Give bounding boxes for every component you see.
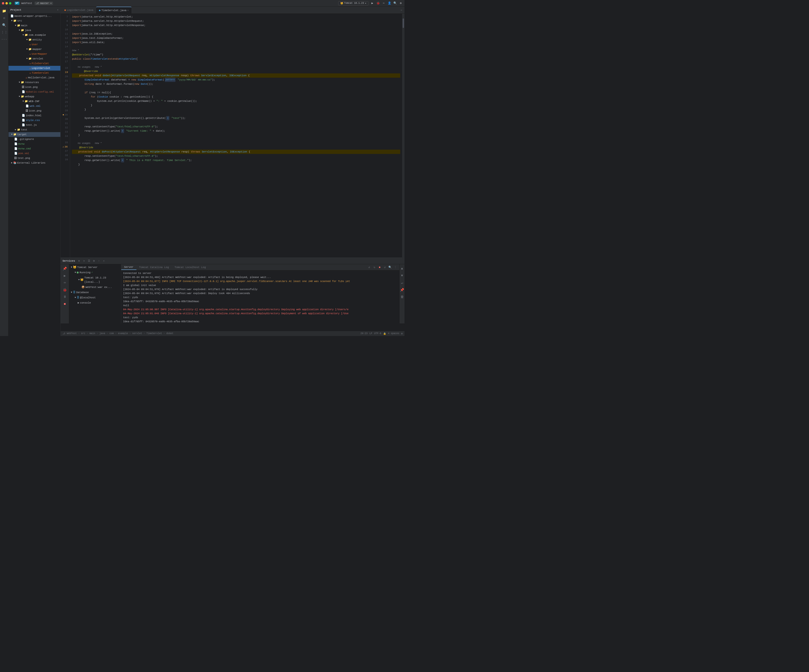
code-content[interactable]: import jakarta.servlet.http.HttpServlet;…: [70, 14, 402, 257]
tree-item-webxml[interactable]: 📄 web.xml: [8, 104, 60, 109]
tree-item-iconpng2[interactable]: 🖼 icon.png: [8, 109, 60, 113]
service-localhost[interactable]: ▼ 🗄 @localhost: [69, 295, 121, 300]
branch-selector[interactable]: ⎇ master ▾: [35, 2, 53, 5]
services-move-icon[interactable]: ↑: [97, 259, 101, 263]
services-expand-icon[interactable]: ⊕: [77, 259, 81, 263]
search-icon[interactable]: 🔍: [393, 2, 397, 5]
tree-item-timeservlet[interactable]: ☕ TimeServlet: [8, 70, 60, 75]
editor-scrollbar[interactable]: [402, 14, 404, 257]
code-line-15: @WebServlet("/time"): [72, 53, 400, 57]
log-search-icon[interactable]: 🔍: [388, 265, 392, 270]
tree-item-stylecss[interactable]: 📄 style.css: [8, 118, 60, 123]
services-debug-icon[interactable]: 🐞: [62, 287, 68, 293]
tree-item-usermapper[interactable]: ☕ UserMapper: [8, 52, 60, 56]
tree-item-webapp[interactable]: ▼ 📁 webapp: [8, 94, 60, 99]
right-trash[interactable]: 🗑: [399, 293, 405, 300]
tab-server[interactable]: Server: [121, 265, 136, 270]
log-refresh-icon[interactable]: ↻: [372, 265, 376, 270]
status-linesep[interactable]: LF: [369, 332, 372, 335]
status-expand-icon[interactable]: ⊞: [401, 332, 403, 335]
tree-item-helloservlet[interactable]: ☕ HelloServlet.java: [8, 75, 60, 80]
status-indent[interactable]: 4 spaces: [388, 332, 399, 335]
tree-item-src[interactable]: ▼ 📁 src: [8, 18, 60, 23]
editor-more-icon[interactable]: ⋯: [399, 8, 404, 12]
maximize-button[interactable]: [9, 2, 12, 5]
project-chevron[interactable]: ▾: [57, 8, 59, 12]
tree-item-test-folder[interactable]: ▶ 📁 test: [8, 127, 60, 132]
services-filter-icon[interactable]: ☰: [87, 259, 91, 263]
settings-icon[interactable]: ⚙: [399, 2, 403, 5]
service-database[interactable]: ▼ 🗄 Database: [69, 290, 121, 295]
editor-scrollbar-thumb[interactable]: [403, 18, 404, 28]
service-tomcat-server[interactable]: ▼ 🐱 Tomcat Server: [69, 265, 121, 270]
right-scroll-up[interactable]: ▲: [399, 265, 405, 272]
right-pin[interactable]: 📌: [399, 287, 405, 293]
tab-close-icon[interactable]: ✕: [128, 9, 129, 12]
tree-item-main[interactable]: ▼ 📁 main: [8, 23, 60, 28]
services-type-icon[interactable]: ⌨: [62, 280, 68, 286]
tab-loginservlet[interactable]: LoginServlet.java: [62, 7, 96, 13]
profile-icon[interactable]: 👤: [388, 2, 391, 5]
tree-item-servlet[interactable]: ▼ 📁 servlet: [8, 56, 60, 61]
minimize-button[interactable]: [5, 2, 8, 5]
services-pin-icon[interactable]: 📌: [62, 265, 68, 272]
tree-item-indexhtml[interactable]: 📄 index.html: [8, 113, 60, 118]
services-close-icon[interactable]: ✕: [82, 259, 86, 263]
commit-icon[interactable]: ⊙: [1, 15, 8, 21]
log-more-icon[interactable]: ⋮: [393, 265, 398, 270]
tree-item-user[interactable]: ☕ User: [8, 42, 60, 47]
run-icon[interactable]: ▶: [370, 2, 374, 5]
tree-item-mvnwcmd[interactable]: 📄 mvnw.cmd: [8, 146, 60, 151]
tree-item-entity[interactable]: ▼ 📁 entity: [8, 37, 60, 42]
tree-item-fileservlet[interactable]: ☕ FileServlet: [8, 61, 60, 66]
tree-item-loginservlet[interactable]: ☕ LoginServlet: [8, 66, 60, 70]
debug-icon[interactable]: 🐞: [376, 2, 380, 5]
service-running[interactable]: ▼ Running ✓: [69, 270, 121, 275]
code-line-14: [72, 45, 400, 49]
log-stop-icon[interactable]: ■: [378, 265, 382, 270]
close-button[interactable]: [2, 2, 4, 5]
right-scroll-down[interactable]: ▼: [399, 272, 405, 279]
tree-item-maven[interactable]: 📄 maven-wrapper.properti...: [8, 14, 60, 18]
tree-item-iconpng[interactable]: 🖼 icon.png: [8, 85, 60, 89]
services-add-icon[interactable]: ＋: [102, 259, 106, 263]
tree-item-resources[interactable]: ▼ 📁 resources: [8, 80, 60, 85]
tree-item-webinf[interactable]: ▼ 📁 WEB-INF: [8, 99, 60, 104]
more-icon[interactable]: ⋯: [382, 2, 386, 5]
tab-timeservlet[interactable]: TimeServlet.java ✕: [96, 7, 131, 13]
service-tomcat-instance[interactable]: ▼ 🐱 Tomcat 10.1.23 [local...]: [69, 275, 121, 285]
right-soft-wrap[interactable]: ↵: [399, 280, 405, 286]
services-stop-icon[interactable]: ■: [62, 301, 68, 307]
tomcat-config[interactable]: 🐱 Tomcat 10.1.23 ▾: [338, 1, 369, 5]
tree-item-testpng[interactable]: 🖼 test.png: [8, 156, 60, 161]
service-artifact[interactable]: 📦 WebTest:war ex...: [69, 285, 121, 290]
structure-icon[interactable]: ⋮⋮: [1, 29, 8, 35]
log-content[interactable]: Connected to server [2024-05-04 09:04:51…: [121, 270, 399, 323]
search-sidebar-icon[interactable]: 🔍: [1, 22, 8, 28]
log-clear-icon[interactable]: ↺: [383, 265, 387, 270]
tree-item-mybatis[interactable]: 📄 mybatis-config.xml: [8, 89, 60, 94]
services-break-icon[interactable]: ⏸: [62, 293, 68, 300]
tree-item-mvnw[interactable]: 📄 mvnw: [8, 142, 60, 146]
tree-item-testjs[interactable]: 📄 test.js: [8, 123, 60, 127]
status-encoding[interactable]: UTF-8: [374, 332, 381, 335]
tree-item-java[interactable]: ▼ 📁 java: [8, 28, 60, 33]
code-line-35: @Override: [72, 146, 400, 150]
tree-item-gitignore[interactable]: 📄 .gitignore: [8, 137, 60, 142]
tree-item-target[interactable]: ▼ 📁 target: [8, 132, 60, 137]
project-sidebar-icon[interactable]: 📁: [1, 8, 8, 14]
tab-localhost-log[interactable]: Tomcat Localhost Log: [172, 265, 209, 270]
git-branch-status[interactable]: ⎇: [62, 332, 65, 335]
more-sidebar-icon[interactable]: ···: [1, 36, 8, 43]
tree-item-extlibs[interactable]: ▶ 📚 External Libraries: [8, 161, 60, 165]
log-restart-icon[interactable]: ↺: [367, 265, 371, 270]
tree-item-pomxml[interactable]: 📄 pom.xml: [8, 151, 60, 156]
services-run-icon[interactable]: ▶: [62, 272, 68, 279]
tab-catalina-log[interactable]: Tomcat Catalina Log: [136, 265, 172, 270]
tree-label-maven: maven-wrapper.properti...: [15, 14, 52, 18]
services-group-icon[interactable]: ⊞: [92, 259, 96, 263]
tree-item-comexample[interactable]: ▼ 📁 com.example: [8, 33, 60, 37]
service-console[interactable]: ▶ console: [69, 300, 121, 305]
status-position[interactable]: 29:23: [361, 332, 368, 335]
tree-item-mapper[interactable]: ▼ 📁 mapper: [8, 47, 60, 52]
